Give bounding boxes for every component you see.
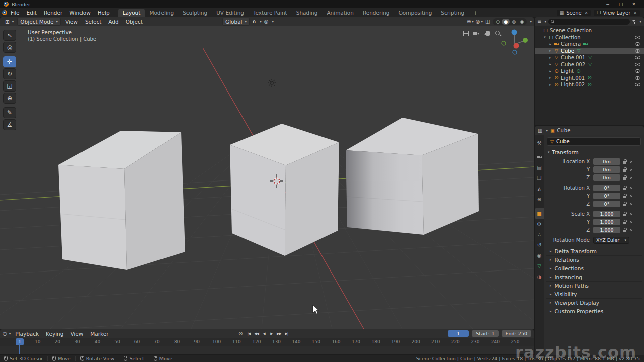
timeline-editor-icon[interactable]: ◷ bbox=[3, 331, 7, 336]
value-field[interactable]: 0° bbox=[593, 201, 620, 207]
workspace-tab-modeling[interactable]: Modeling bbox=[145, 9, 178, 17]
properties-section[interactable]: ▸ Visibility bbox=[546, 290, 642, 298]
snap-settings-caret[interactable]: ▾ bbox=[260, 20, 262, 24]
cube-left[interactable] bbox=[58, 131, 185, 270]
properties-section[interactable]: ▸ Relations bbox=[546, 255, 642, 264]
tab-material[interactable]: ◑ bbox=[535, 272, 544, 282]
disclosure-icon[interactable]: ▸ bbox=[548, 69, 552, 73]
visibility-toggle[interactable] bbox=[635, 82, 640, 87]
tab-scene[interactable]: ◭ bbox=[535, 184, 544, 194]
value-field[interactable]: 1.000 bbox=[593, 219, 620, 225]
menu-item[interactable]: Window bbox=[66, 9, 94, 17]
select-box-tool[interactable]: ↖ bbox=[3, 30, 16, 41]
value-field[interactable]: 0° bbox=[593, 185, 620, 191]
visibility-toggle[interactable] bbox=[635, 48, 640, 54]
view-layer-selector[interactable]: ❐ View Layer ✕ bbox=[594, 10, 640, 16]
show-gizmo-icon[interactable]: ⊕▾ bbox=[467, 19, 474, 24]
viewport-menu-item[interactable]: Add bbox=[105, 18, 122, 26]
tab-modifiers[interactable]: ⚙ bbox=[535, 219, 544, 229]
maximize-button[interactable]: □ bbox=[614, 0, 627, 8]
lock-icon[interactable] bbox=[623, 167, 627, 172]
animate-dot-icon[interactable] bbox=[630, 169, 632, 171]
timeline-menu-item[interactable]: Marker bbox=[87, 330, 112, 338]
properties-section[interactable]: ▸ Viewport Display bbox=[546, 298, 642, 307]
outliner-row-cube-001[interactable]: ▸ Cube.001 bbox=[535, 54, 644, 61]
visibility-toggle[interactable] bbox=[635, 62, 640, 67]
tab-output[interactable]: ▤ bbox=[535, 162, 544, 173]
tab-physics[interactable]: ↺ bbox=[535, 240, 544, 250]
outliner-search-input[interactable] bbox=[556, 19, 628, 24]
value-field[interactable]: 0m bbox=[593, 158, 620, 165]
disclosure-icon[interactable]: ▸ bbox=[548, 83, 552, 87]
tab-world[interactable]: ⊕ bbox=[535, 194, 544, 205]
shading-settings-caret[interactable]: ▾ bbox=[530, 20, 532, 24]
shading-material-button[interactable]: ◍ bbox=[510, 19, 518, 25]
visibility-toggle[interactable] bbox=[635, 41, 640, 47]
viewport-3d[interactable]: User Perspective (1) Scene Collection | … bbox=[0, 26, 534, 329]
lock-icon[interactable] bbox=[623, 194, 627, 198]
animate-dot-icon[interactable] bbox=[630, 195, 632, 197]
close-button[interactable]: ✕ bbox=[627, 0, 640, 8]
ortho-grid-icon[interactable] bbox=[462, 30, 470, 37]
outliner-search[interactable] bbox=[548, 19, 630, 25]
play-reverse-button[interactable]: ◀ bbox=[260, 330, 267, 337]
timeline-menu-item[interactable]: Playback bbox=[12, 330, 42, 338]
outliner-row-light[interactable]: ▸ Light bbox=[535, 68, 644, 75]
tab-constraints[interactable]: ◉ bbox=[535, 250, 544, 261]
animate-dot-icon[interactable] bbox=[630, 221, 632, 223]
unlink-scene-icon[interactable]: ✕ bbox=[585, 11, 588, 15]
move-tool[interactable]: ✛ bbox=[3, 56, 16, 67]
playhead[interactable]: 1 bbox=[16, 338, 24, 345]
show-overlays-icon[interactable]: ◎▾ bbox=[476, 19, 483, 24]
disclosure-icon[interactable]: ▸ bbox=[548, 76, 552, 80]
outliner-row-scene-collection[interactable]: Scene Collection bbox=[535, 27, 644, 34]
animate-dot-icon[interactable] bbox=[630, 203, 632, 205]
shading-wireframe-button[interactable]: ○ bbox=[494, 19, 502, 25]
current-frame-field[interactable]: 1 bbox=[448, 330, 469, 337]
auto-keyframe-icon[interactable]: ⊙ bbox=[238, 331, 243, 336]
add-workspace-button[interactable]: + bbox=[469, 9, 482, 17]
timeline-ruler[interactable]: 1020304050607080901001101201301401501601… bbox=[0, 338, 534, 346]
play-button[interactable]: ▶ bbox=[268, 330, 275, 337]
cube-middle[interactable] bbox=[230, 124, 339, 256]
tab-view-layer[interactable]: ❐ bbox=[535, 173, 544, 184]
jump-to-end-button[interactable]: ▶| bbox=[283, 330, 290, 337]
transform-tool[interactable]: ⊕ bbox=[3, 93, 16, 104]
timeline-track[interactable] bbox=[0, 346, 534, 354]
next-keyframe-button[interactable]: ▶▶ bbox=[275, 330, 282, 337]
navigation-gizmo[interactable] bbox=[502, 30, 528, 55]
properties-section[interactable]: ▸ Custom Properties bbox=[546, 307, 642, 315]
annotate-tool[interactable]: ✎ bbox=[3, 107, 16, 118]
value-field[interactable]: 1.000 bbox=[593, 211, 620, 217]
visibility-toggle[interactable] bbox=[635, 55, 640, 60]
scale-tool[interactable]: ◱ bbox=[3, 80, 16, 92]
lock-icon[interactable] bbox=[623, 220, 627, 224]
menu-item[interactable]: Help bbox=[94, 9, 113, 17]
rotation-mode-select[interactable]: XYZ Euler ▾ bbox=[593, 237, 629, 244]
workspace-tab-layout[interactable]: Layout bbox=[118, 9, 145, 17]
blender-menu-icon[interactable] bbox=[2, 10, 7, 15]
scene-selector[interactable]: ▦ Scene ✕ bbox=[557, 10, 591, 16]
lock-icon[interactable] bbox=[623, 186, 627, 190]
transform-orientation-select[interactable]: Global ▾ bbox=[222, 18, 250, 26]
transform-panel-header[interactable]: ▾ Transform bbox=[546, 148, 642, 157]
remove-view-layer-icon[interactable]: ✕ bbox=[633, 11, 637, 15]
minimize-button[interactable]: − bbox=[601, 0, 614, 8]
outliner-row-light-001[interactable]: ▸ Light.001 bbox=[535, 75, 644, 82]
filter-caret[interactable]: ▾ bbox=[639, 20, 641, 24]
animate-dot-icon[interactable] bbox=[630, 213, 632, 215]
light-object[interactable] bbox=[268, 79, 276, 87]
workspace-tab-shading[interactable]: Shading bbox=[292, 9, 323, 17]
playhead-line[interactable] bbox=[19, 345, 20, 354]
visibility-toggle[interactable] bbox=[635, 35, 640, 40]
lock-icon[interactable] bbox=[623, 159, 627, 164]
frame-start-field[interactable]: Start: 1 bbox=[472, 330, 498, 337]
viewport-menu-item[interactable]: View bbox=[62, 18, 82, 26]
menu-item[interactable]: Edit bbox=[23, 9, 40, 17]
cursor-tool[interactable]: ◎ bbox=[3, 42, 16, 53]
animate-dot-icon[interactable] bbox=[630, 161, 632, 163]
camera-view-icon[interactable] bbox=[473, 30, 480, 37]
lock-icon[interactable] bbox=[623, 202, 627, 206]
workspace-tab-texture-paint[interactable]: Texture Paint bbox=[249, 9, 292, 17]
measure-tool[interactable]: ∡ bbox=[3, 119, 16, 130]
